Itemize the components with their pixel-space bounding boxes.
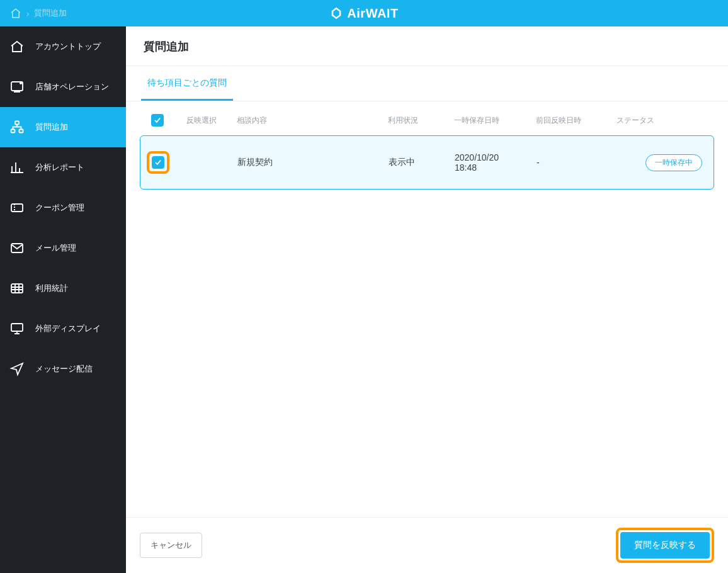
reflect-questions-button[interactable]: 質問を反映する	[620, 532, 710, 559]
sidebar-item-usage-stats[interactable]: 利用統計	[0, 268, 126, 309]
svg-rect-7	[11, 284, 23, 293]
sitemap-icon	[9, 119, 25, 135]
sidebar-item-account-top[interactable]: アカウントトップ	[0, 26, 126, 67]
sidebar-item-label: アカウントトップ	[35, 41, 101, 52]
footer: キャンセル 質問を反映する	[126, 517, 728, 573]
sidebar-item-question-add[interactable]: 質問追加	[0, 107, 126, 147]
row-usage: 表示中	[389, 157, 455, 168]
sidebar-item-coupon-management[interactable]: クーポン管理	[0, 188, 126, 228]
tab-wait-item-questions[interactable]: 待ち項目ごとの質問	[141, 66, 233, 101]
svg-point-1	[20, 82, 21, 83]
sidebar-item-external-display[interactable]: 外部ディスプレイ	[0, 309, 126, 349]
breadcrumb: › 質問追加	[0, 8, 67, 19]
topbar: › 質問追加 AirWAIT	[0, 0, 728, 26]
sidebar-item-label: 外部ディスプレイ	[35, 323, 101, 334]
main: 質問追加 待ち項目ごとの質問 反映選択 相談内容 利用状況 一時保存日時 前回反…	[126, 26, 728, 573]
svg-rect-4	[20, 129, 23, 132]
home-icon	[9, 38, 25, 55]
svg-rect-3	[11, 129, 15, 132]
column-header-status: ステータス	[617, 115, 703, 126]
mail-icon	[9, 240, 25, 256]
row-saved-at: 2020/10/20 18:48	[455, 152, 537, 173]
cancel-button[interactable]: キャンセル	[140, 533, 202, 558]
select-all-checkbox[interactable]	[151, 114, 164, 127]
status-badge: 一時保存中	[646, 154, 702, 171]
sidebar-item-analytics-report[interactable]: 分析レポート	[0, 147, 126, 188]
breadcrumb-current: 質問追加	[34, 8, 67, 19]
sidebar-item-store-operation[interactable]: 店舗オペレーション	[0, 67, 126, 107]
table-header: 反映選択 相談内容 利用状況 一時保存日時 前回反映日時 ステータス	[140, 114, 714, 135]
row-checkbox[interactable]	[152, 156, 164, 169]
home-icon[interactable]	[10, 8, 21, 19]
svg-rect-2	[15, 121, 19, 124]
column-header-prev-reflected: 前回反映日時	[536, 115, 617, 126]
send-icon	[9, 361, 25, 377]
brand-logo: AirWAIT	[0, 0, 728, 26]
column-header-content: 相談内容	[237, 115, 388, 126]
chevron-right-icon: ›	[26, 9, 29, 18]
highlight-ring: 質問を反映する	[616, 528, 714, 563]
sidebar-item-label: 店舗オペレーション	[35, 81, 109, 93]
page-title: 質問追加	[126, 26, 728, 66]
table-row[interactable]: 新規契約 表示中 2020/10/20 18:48 - 一時保存中	[140, 135, 714, 190]
row-prev-reflected: -	[537, 157, 617, 167]
brand-name: AirWAIT	[347, 6, 398, 21]
monitor-icon	[9, 321, 25, 337]
svg-rect-8	[11, 324, 23, 331]
sidebar-item-mail-management[interactable]: メール管理	[0, 228, 126, 268]
store-ops-icon	[9, 79, 25, 95]
row-content: 新規契約	[237, 157, 389, 168]
sidebar-item-label: 利用統計	[35, 283, 68, 294]
sidebar-item-message-delivery[interactable]: メッセージ配信	[0, 349, 126, 389]
sidebar: アカウントトップ 店舗オペレーション 質問追加 分析レポート クーポン管理	[0, 26, 126, 573]
sidebar-item-label: 分析レポート	[35, 162, 84, 173]
column-header-saved-at: 一時保存日時	[454, 115, 536, 126]
sidebar-item-label: メッセージ配信	[35, 363, 93, 375]
svg-rect-5	[11, 204, 23, 212]
sidebar-item-label: クーポン管理	[35, 202, 84, 213]
column-header-usage: 利用状況	[388, 115, 454, 126]
sidebar-item-label: メール管理	[35, 242, 76, 254]
bar-chart-icon	[9, 159, 25, 176]
column-header-select: 反映選択	[186, 115, 237, 126]
ticket-icon	[9, 200, 25, 216]
grid-icon	[9, 280, 25, 297]
content: 反映選択 相談内容 利用状況 一時保存日時 前回反映日時 ステータス 新規契約 …	[126, 101, 728, 517]
sidebar-item-label: 質問追加	[35, 122, 68, 133]
tabs: 待ち項目ごとの質問	[126, 66, 728, 101]
